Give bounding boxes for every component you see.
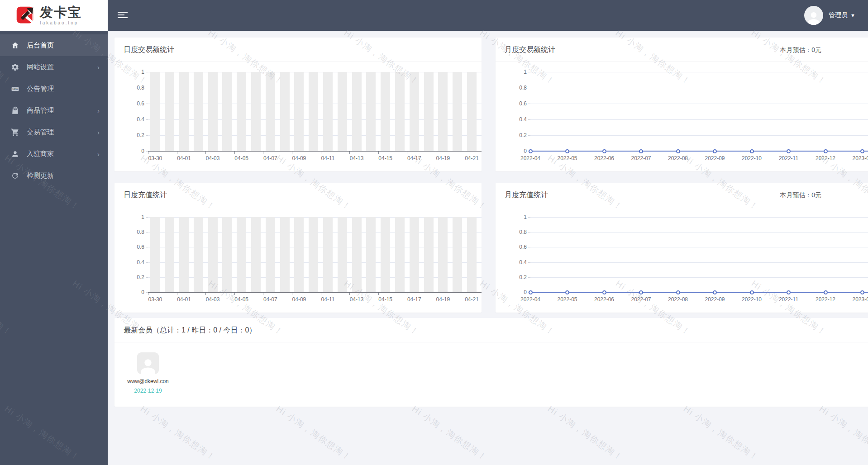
card-header: 日度交易额统计	[114, 38, 482, 62]
card-monthly-trade: 月度交易额统计 本月预估：0元 00.20.40.60.812022-04202…	[496, 38, 868, 171]
merchant-person-icon	[11, 150, 19, 158]
data-point-marker	[824, 290, 828, 294]
bar-background-band	[309, 217, 318, 292]
bar-background-band	[395, 72, 405, 151]
bar-background-band	[266, 72, 275, 151]
y-tick-label: 0.8	[509, 85, 527, 91]
sidebar-item-label: 交易管理	[27, 128, 54, 137]
hamburger-menu-icon[interactable]	[118, 12, 128, 19]
sidebar-item-announcements[interactable]: NEW 公告管理	[0, 78, 108, 100]
sidebar-item-merchants[interactable]: 入驻商家 ›	[0, 143, 108, 165]
user-menu[interactable]: 管理员 ▼	[804, 0, 855, 31]
sidebar-item-check-update[interactable]: 检测更新	[0, 165, 108, 186]
line-series	[530, 292, 868, 293]
bar-background-band	[323, 72, 333, 151]
x-tick-label: 04-01	[177, 155, 191, 161]
x-tick-label: 04-09	[292, 296, 306, 303]
y-tick-label: 0.6	[126, 100, 144, 107]
y-tick-label: 0	[509, 289, 527, 295]
y-tick-label: 1	[509, 214, 527, 220]
bar-background-band	[165, 72, 174, 151]
x-tick-label: 04-11	[321, 296, 335, 303]
sidebar-item-label: 公告管理	[27, 85, 54, 93]
bar-background-band	[467, 217, 477, 292]
y-tick-label: 0.2	[509, 132, 527, 138]
sidebar-item-products[interactable]: 商品管理 ›	[0, 100, 108, 121]
card-daily-trade: 日度交易额统计 00.20.40.60.8103-3004-0104-0304-…	[114, 38, 482, 171]
chevron-right-icon: ›	[97, 150, 100, 158]
x-tick-label: 2022-06	[594, 296, 614, 303]
x-tick-label: 2022-08	[668, 296, 688, 303]
x-tick-label: 2023-01	[852, 296, 868, 303]
data-point-marker	[602, 290, 606, 294]
y-tick-label: 0	[126, 289, 144, 295]
x-tick-label: 2022-10	[742, 155, 762, 161]
monthly-estimate-label: 本月预估：0元	[780, 38, 821, 62]
x-tick-label: 2022-11	[779, 296, 798, 303]
member-list-item[interactable]: www@dkewl.con 2022-12-19	[127, 352, 169, 394]
data-point-marker	[860, 290, 864, 294]
bar-background-band	[424, 217, 434, 292]
sidebar-item-trades[interactable]: 交易管理 ›	[0, 121, 108, 143]
card-header: 日度充值统计	[114, 183, 482, 207]
y-tick-label: 0.8	[509, 229, 527, 235]
x-tick-label: 2022-09	[705, 296, 725, 303]
card-title: 月度充值统计	[505, 183, 548, 207]
user-name: 管理员	[829, 11, 848, 19]
bar-background-band	[352, 72, 362, 151]
latest-members-title: 最新会员（总计：1 / 昨日：0 / 今日：0）	[124, 318, 256, 342]
y-tick-label: 1	[126, 69, 144, 75]
chevron-down-icon: ▼	[850, 13, 855, 18]
line-series	[530, 151, 868, 152]
main-content: 日度交易额统计 00.20.40.60.8103-3004-0104-0304-…	[108, 31, 868, 465]
x-tick-label: 2022-10	[742, 296, 762, 303]
sidebar-item-label: 网站设置	[27, 63, 54, 71]
bar-background-band	[453, 217, 462, 292]
y-tick-label: 0	[509, 148, 527, 154]
x-tick-label: 04-21	[465, 296, 479, 303]
x-tick-label: 04-19	[436, 296, 450, 303]
bar-background-band	[453, 72, 462, 151]
y-tick-label: 0	[126, 148, 144, 154]
bar-background-band	[338, 72, 347, 151]
sidebar-item-site-settings[interactable]: 网站设置 ›	[0, 56, 108, 78]
x-tick-label: 04-21	[465, 155, 479, 161]
sidebar-item-label: 后台首页	[27, 41, 54, 50]
user-avatar	[804, 6, 823, 25]
chevron-right-icon: ›	[97, 128, 100, 136]
data-point-marker	[639, 149, 643, 153]
data-point-marker	[529, 149, 533, 153]
card-header: 最新会员（总计：1 / 昨日：0 / 今日：0）	[114, 318, 868, 342]
bar-background-band	[237, 72, 246, 151]
data-point-marker	[602, 149, 606, 153]
x-tick-label: 2022-11	[779, 155, 798, 161]
card-title: 日度交易额统计	[124, 38, 174, 62]
y-tick-label: 0.4	[126, 116, 144, 123]
x-tick-label: 04-07	[263, 155, 277, 161]
logo[interactable]: 发卡宝 fakabao.top	[0, 0, 108, 31]
x-tick-label: 2022-06	[594, 155, 614, 161]
data-point-marker	[565, 149, 569, 153]
svg-text:NEW: NEW	[13, 87, 18, 90]
card-header: 月度充值统计 本月预估：0元	[496, 183, 868, 207]
x-tick-label: 04-01	[177, 296, 191, 303]
bar-background-band	[294, 217, 304, 292]
data-point-marker	[750, 149, 754, 153]
data-point-marker	[639, 290, 643, 294]
x-tick-label: 04-17	[407, 296, 421, 303]
bar-background-band	[381, 72, 390, 151]
bar-background-band	[194, 72, 203, 151]
y-tick-label: 0.2	[509, 274, 527, 280]
card-daily-recharge: 日度充值统计 00.20.40.60.8103-3004-0104-0304-0…	[114, 183, 482, 313]
sidebar-item-dashboard[interactable]: 后台首页	[0, 34, 108, 56]
data-point-marker	[676, 149, 680, 153]
bar-background-band	[208, 72, 218, 151]
bar-background-band	[222, 217, 232, 292]
sidebar: 发卡宝 fakabao.top 后台首页 网站设置 › NEW 公告管理	[0, 0, 108, 465]
data-point-marker	[529, 290, 533, 294]
data-point-marker	[860, 149, 864, 153]
bar-background-band	[381, 217, 390, 292]
y-tick-label: 0.2	[126, 132, 144, 138]
x-tick-label: 03-30	[148, 296, 162, 303]
bar-background-band	[194, 217, 203, 292]
